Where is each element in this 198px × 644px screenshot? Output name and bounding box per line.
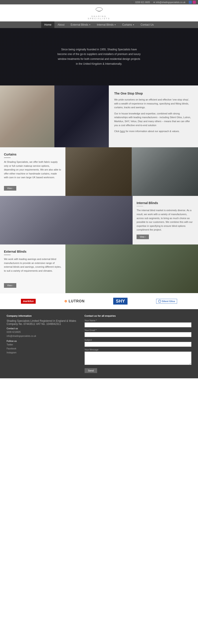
company-reg: Registered in England & Wales (40, 319, 76, 322)
name-input[interactable] (85, 322, 192, 327)
curtains-section: Curtains At Shading Specialists, we offe… (0, 147, 198, 196)
name-label: Your Name * (85, 319, 192, 322)
svg-point-1 (158, 300, 161, 302)
curtains-para: At Shading Specialists, we offer both fa… (4, 160, 61, 183)
brand-silentgliss: Silent Gliss (156, 299, 177, 304)
nav-about[interactable]: About (54, 22, 67, 28)
email-label: Your Email * (85, 329, 192, 332)
footer-twitter[interactable]: Twitter (6, 343, 78, 347)
curtains-underline (4, 158, 10, 158)
facebook-icon[interactable] (189, 1, 192, 4)
follow-label: Follow us (6, 340, 78, 342)
subject-input[interactable] (85, 342, 192, 347)
brands-section: markilux ⚙ LUTRON SHY Silent Gliss (0, 293, 198, 309)
internal-blinds-para: The internal blind market is extremely d… (137, 208, 194, 232)
one-stop-images (0, 86, 109, 147)
footer-company-col: Company information Shading Specialists … (6, 314, 78, 373)
markilux-logo: markilux (21, 299, 36, 304)
external-blinds-text: External Blinds We work with leading awn… (0, 244, 65, 293)
here-link[interactable]: here (120, 130, 125, 132)
contact-form-title: Contact us for all enquiries (85, 314, 192, 317)
hero-section: Since being originally founded in 1955, … (0, 28, 198, 86)
curtain-image-1 (65, 147, 132, 196)
footer-contact-form: Contact us for all enquiries Your Name *… (85, 314, 192, 373)
internal-blinds-underline (137, 206, 143, 206)
contact-label: Contact us (6, 327, 78, 330)
top-bar: 📞 0208 621 6605 ✉ info@shadingspecialist… (0, 0, 198, 4)
external-blinds-section: External Blinds We work with leading awn… (0, 244, 198, 293)
brand-lutron: ⚙ LUTRON (64, 299, 85, 303)
internal-blinds-images (0, 196, 133, 244)
curtain-image-2 (132, 147, 198, 196)
internal-blinds-text: Internal Blinds The internal blind marke… (133, 196, 198, 244)
curtains-text: Curtains At Shading Specialists, we offe… (0, 147, 65, 196)
send-button[interactable]: Send (85, 368, 97, 373)
phone-info: 📞 0208 621 6605 (132, 1, 150, 4)
curtains-dropdown-arrow: ▼ (133, 24, 134, 26)
bedroom-image-1 (0, 86, 54, 147)
social-icons (189, 1, 196, 4)
internal-blinds-dropdown-arrow: ▼ (114, 24, 116, 26)
subject-label: Subject (85, 339, 192, 341)
brand-shy: SHY (113, 298, 127, 304)
lutron-logo: ⚙ LUTRON (64, 299, 85, 303)
one-stop-para3: Click here for more information about ou… (114, 130, 193, 134)
external-blinds-view-button[interactable]: View › (4, 283, 16, 288)
external-blinds-para: We work with leading awnings and externa… (4, 257, 61, 280)
internal-blinds-image (0, 196, 133, 244)
shy-logo: SHY (113, 298, 127, 304)
name-field-group: Your Name * (85, 319, 192, 327)
subject-field-group: Subject (85, 339, 192, 347)
curtains-view-button[interactable]: View › (4, 186, 16, 190)
brand-name: SHADING SPECIALISTS (0, 15, 198, 20)
one-stop-title: The One Stop Shop (114, 92, 193, 95)
internal-blinds-title: Internal Blinds (137, 201, 194, 205)
silentgliss-logo: Silent Gliss (156, 299, 177, 304)
svg-point-0 (96, 8, 102, 11)
footer-facebook[interactable]: Facebook (6, 347, 78, 351)
external-blinds-underline (4, 255, 10, 255)
main-nav: Home About External Blinds ▼ Internal Bl… (0, 22, 198, 28)
curtains-title: Curtains (4, 152, 61, 156)
email-info: ✉ info@shadingspecialists.co.uk (153, 1, 186, 4)
footer-email[interactable]: info@shadingspecialists.co.uk (6, 334, 78, 338)
nav-contact[interactable]: Contact Us (137, 22, 157, 28)
instagram-icon[interactable] (193, 1, 196, 4)
footer: Company information Shading Specialists … (0, 309, 198, 378)
message-field-group: Your Message (85, 348, 192, 366)
nav-internal-blinds[interactable]: Internal Blinds ▼ (94, 22, 119, 28)
email-input[interactable] (85, 332, 192, 337)
one-stop-text: The One Stop Shop We pride ourselves on … (109, 86, 198, 147)
one-stop-section: The One Stop Shop We pride ourselves on … (0, 86, 198, 147)
brand-markilux: markilux (21, 299, 36, 304)
bedroom-image-2 (54, 86, 109, 147)
phone-icon: 📞 (132, 1, 134, 4)
external-blinds-dropdown-arrow: ▼ (89, 24, 91, 26)
internal-blinds-view-button[interactable]: View › (137, 234, 149, 239)
message-textarea[interactable] (85, 352, 192, 365)
hero-text: Since being originally founded in 1955, … (57, 47, 141, 66)
email-field-group: Your Email * (85, 329, 192, 337)
nav-home[interactable]: Home (41, 22, 54, 28)
curtains-images (65, 147, 198, 196)
message-label: Your Message (85, 348, 192, 351)
silentgliss-icon (158, 300, 161, 303)
site-header: SHADING SPECIALISTS (0, 4, 198, 22)
footer-phone[interactable]: 0208 4216605 (6, 330, 78, 334)
company-no: Company No. 07443511 (6, 322, 35, 326)
one-stop-para2: Our in house knowledge and expertise, co… (114, 112, 193, 127)
footer-instagram[interactable]: Instagram (6, 351, 78, 355)
nav-curtains[interactable]: Curtains ▼ (119, 22, 138, 28)
one-stop-para1: We pride ourselves on being an efficient… (114, 98, 193, 110)
email-icon: ✉ (153, 1, 155, 4)
external-blinds-images (65, 244, 198, 293)
external-blinds-title: External Blinds (4, 250, 61, 253)
nav-external-blinds[interactable]: External Blinds ▼ (68, 22, 94, 28)
logo-icon (95, 7, 103, 14)
logo (0, 7, 198, 14)
company-name: Shading Specialists Limited (6, 319, 39, 322)
footer-company-title: Company information (6, 314, 78, 317)
vat-no: VAT No. 1049042311 (36, 322, 61, 326)
internal-blinds-section: Internal Blinds The internal blind marke… (0, 196, 198, 244)
